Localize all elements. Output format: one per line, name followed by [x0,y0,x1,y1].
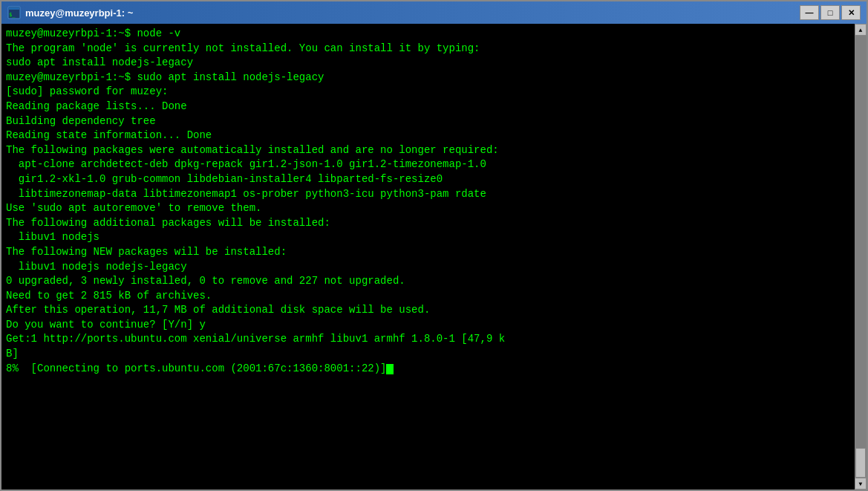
window-controls: — □ ✕ [800,5,861,20]
terminal-line: Get:1 http://ports.ubuntu.com xenial/uni… [6,332,850,347]
svg-rect-1 [9,7,19,10]
scrollbar-track[interactable] [855,36,867,478]
terminal-line: The program 'node' is currently not inst… [6,42,850,56]
maximize-button[interactable]: □ [820,5,840,20]
terminal-window: $_ muzey@muzeyrbpi-1: ~ — □ ✕ muzey@muze… [0,0,868,491]
minimize-button[interactable]: — [800,5,819,20]
terminal-line: Building dependency tree [6,114,850,129]
terminal-line: Reading package lists... Done [6,100,850,114]
terminal-icon: $_ [7,6,21,19]
terminal-line: Do you want to continue? [Y/n] y [6,318,850,333]
svg-text:$_: $_ [9,12,16,18]
terminal-line: 8% [Connecting to ports.ubuntu.com (2001… [6,362,850,377]
terminal-line: apt-clone archdetect-deb dpkg-repack gir… [6,157,850,172]
close-button[interactable]: ✕ [841,5,861,20]
terminal-line: muzey@muzeyrbpi-1:~$ sudo apt install no… [6,71,850,85]
terminal-cursor [386,364,394,374]
terminal-line: muzey@muzeyrbpi-1:~$ node -v [6,27,850,42]
terminal-output: muzey@muzeyrbpi-1:~$ node -vThe program … [6,27,850,376]
title-bar: $_ muzey@muzeyrbpi-1: ~ — □ ✕ [1,1,867,24]
scroll-down-arrow[interactable]: ▼ [855,478,867,490]
terminal-line: 0 upgraded, 3 newly installed, 0 to remo… [6,274,850,289]
terminal-line: The following packages were automaticall… [6,143,850,158]
terminal-line: libtimezonemap-data libtimezonemap1 os-p… [6,187,850,202]
terminal-line: libuv1 nodejs [6,230,850,245]
terminal-line: The following additional packages will b… [6,216,850,231]
terminal-body: muzey@muzeyrbpi-1:~$ node -vThe program … [1,24,867,490]
terminal-content[interactable]: muzey@muzeyrbpi-1:~$ node -vThe program … [1,24,855,490]
terminal-line: Use 'sudo apt autoremove' to remove them… [6,201,850,216]
terminal-line: The following NEW packages will be insta… [6,245,850,260]
scroll-up-arrow[interactable]: ▲ [855,24,867,36]
terminal-line: libuv1 nodejs nodejs-legacy [6,260,850,275]
scrollbar-thumb[interactable] [855,448,866,478]
scrollbar[interactable]: ▲ ▼ [855,24,867,490]
terminal-line: [sudo] password for muzey: [6,85,850,100]
terminal-line: B] [6,347,850,362]
terminal-line: After this operation, 11,7 MB of additio… [6,303,850,318]
terminal-line: Reading state information... Done [6,129,850,143]
terminal-line: Need to get 2 815 kB of archives. [6,289,850,304]
window-title: muzey@muzeyrbpi-1: ~ [25,7,800,19]
terminal-line: sudo apt install nodejs-legacy [6,56,850,71]
terminal-line: gir1.2-xkl-1.0 grub-common libdebian-ins… [6,172,850,187]
